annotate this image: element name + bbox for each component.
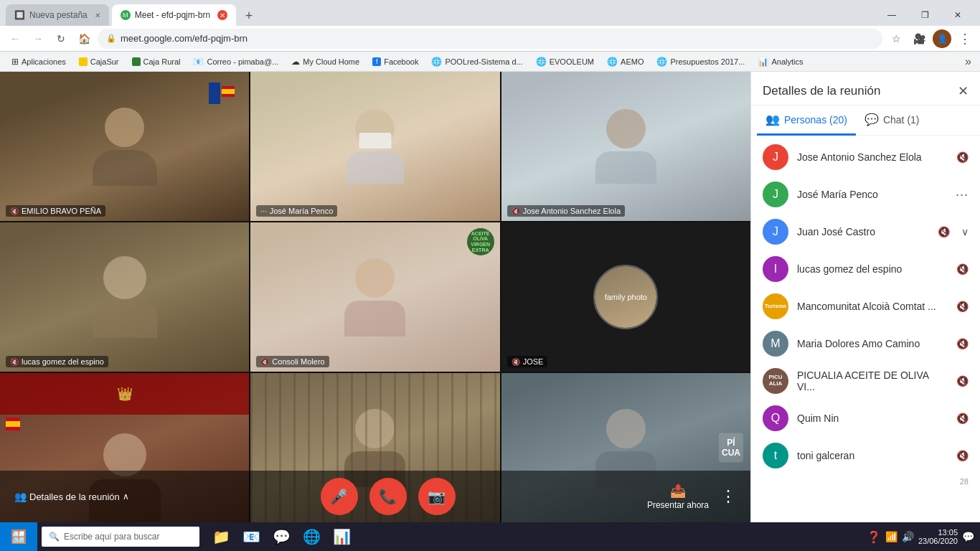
camera-toggle-button[interactable]: 📷 [418, 478, 456, 515]
tab-meet-close[interactable]: ✕ [217, 10, 227, 20]
tab-meet-label: Meet - efd-pqjm-brn [135, 10, 210, 20]
url-bar[interactable]: 🔒 meet.google.com/efd-pqjm-brn [98, 29, 882, 49]
p4-mute-icon: 🔇 [956, 263, 969, 275]
bookmark-facebook[interactable]: f Facebook [367, 56, 424, 67]
video-grid: 🔇 EMILIO BRAVO PEÑA [0, 72, 750, 522]
start-button[interactable]: 🪟 [0, 522, 37, 551]
bookmark-analytics[interactable]: 📊 Analytics [752, 55, 809, 68]
chevron-up-icon: ∧ [123, 491, 129, 501]
bookmarks-more-button[interactable]: » [962, 55, 974, 68]
participant-item-3[interactable]: J Juan José Castro 🔇 ∨ [751, 213, 980, 250]
tab-icon: 🔲 [14, 10, 25, 20]
bookmark-cajarural[interactable]: Caja Rural [126, 56, 187, 67]
maximize-button[interactable]: ❐ [908, 4, 941, 26]
tab-meet[interactable]: M Meet - efd-pqjm-brn ✕ [112, 4, 236, 26]
taskbar-notification-icon[interactable]: 💬 [962, 531, 974, 542]
bookmark-poolred[interactable]: 🌐 POOLred-Sistema d... [425, 55, 528, 68]
presupuestos-icon: 🌐 [656, 57, 667, 67]
taskbar-search-bar[interactable]: 🔍 Escribe aquí para buscar [42, 527, 199, 547]
cajarural-icon [132, 57, 141, 66]
tab-chat[interactable]: 💬 Chat (1) [856, 105, 928, 136]
taskbar-app-whatsapp[interactable]: 💬 [267, 522, 296, 551]
taskbar-help-icon[interactable]: ❓ [867, 530, 881, 544]
participant-item-4[interactable]: I lucas gomez del espino 🔇 [751, 250, 980, 288]
scroll-count: 28 [751, 474, 980, 489]
p8-mute-icon: 🔇 [956, 413, 969, 424]
participant-item-6[interactable]: M Maria Dolores Amo Camino 🔇 [751, 325, 980, 362]
tab-meet-favicon: M [121, 10, 131, 20]
panel-tabs: 👥 Personas (20) 💬 Chat (1) [751, 105, 980, 136]
bookmark-mycloud-label: My Cloud Home [303, 57, 359, 66]
url-text: meet.google.com/efd-pqjm-brn [121, 33, 248, 44]
video-camera-icon[interactable]: 🎥 [910, 29, 928, 48]
meeting-details-button[interactable]: 👥 Detalles de la reunión ∧ [14, 491, 129, 502]
tab-close[interactable]: ✕ [95, 11, 100, 19]
p6-avatar: M [763, 331, 788, 357]
tab-people[interactable]: 👥 Personas (20) [757, 105, 856, 136]
participant-item-8[interactable]: Q Quim Nin 🔇 [751, 400, 980, 437]
nav-forward[interactable]: → [29, 29, 47, 48]
participant-name-2: ··· José María Penco [256, 205, 337, 217]
p7-mute-icon: 🔇 [956, 375, 969, 387]
present-section: 📤 Presentar ahora ⋮ [647, 483, 736, 510]
more-options-button[interactable]: ⋮ [720, 487, 736, 506]
nav-refresh[interactable]: ↻ [52, 29, 70, 48]
p8-avatar: Q [763, 405, 788, 431]
cajasur-icon [79, 57, 88, 66]
bookmark-correo[interactable]: 📧 Correo - pimaba@... [187, 55, 284, 68]
panel-close-button[interactable]: ✕ [958, 83, 969, 99]
address-bar: ← → ↻ 🏠 🔒 meet.google.com/efd-pqjm-brn ☆… [0, 26, 980, 52]
bookmark-cajasur[interactable]: CajaSur [73, 56, 125, 67]
end-call-button[interactable]: 📞 [369, 478, 407, 515]
profile-icon[interactable]: 👤 [933, 29, 951, 48]
nav-back[interactable]: ← [6, 29, 24, 48]
participant-item-5[interactable]: Turisme Mancomunitat Alcoià Comtat ... 🔇 [751, 288, 980, 325]
participants-list: J Jose Antonio Sanchez Elola 🔇 J José Ma… [751, 136, 980, 522]
aemo-icon: 🌐 [607, 57, 618, 67]
clock-date: 23/06/2020 [918, 537, 958, 545]
present-label: Presentar ahora [647, 500, 709, 510]
search-icon: 🔍 [49, 532, 60, 542]
present-button[interactable]: 📤 Presentar ahora [647, 483, 709, 510]
bookmark-apps-label: Aplicaciones [22, 57, 66, 66]
taskbar-app-outlook[interactable]: 📧 [237, 522, 265, 551]
participant-item-2[interactable]: J José María Penco ··· [751, 176, 980, 213]
participant-item-1[interactable]: J Jose Antonio Sanchez Elola 🔇 [751, 138, 980, 176]
taskbar-app-chrome[interactable]: 🌐 [297, 522, 326, 551]
mute-icon-4: 🔇 [10, 358, 19, 366]
nav-home[interactable]: 🏠 [75, 29, 93, 48]
new-tab-button[interactable]: + [239, 6, 259, 26]
bookmark-aemo[interactable]: 🌐 AEMO [601, 55, 649, 68]
bookmark-mycloud[interactable]: ☁ My Cloud Home [286, 55, 365, 68]
bookmark-evooleum[interactable]: 🌐 EVOOLEUM [530, 55, 600, 68]
mic-toggle-button[interactable]: 🎤 [321, 478, 358, 515]
tab-nueva-pestana[interactable]: 🔲 Nueva pestaña ✕ [6, 4, 109, 26]
p3-mute-icon: 🔇 [938, 226, 950, 237]
bookmark-apps[interactable]: ⊞ Aplicaciones [6, 55, 72, 68]
taskbar-network-icon[interactable]: 📶 [885, 531, 897, 542]
bookmarks-bar: ⊞ Aplicaciones CajaSur Caja Rural 📧 Corr… [0, 52, 980, 72]
participant-item-7[interactable]: PICUALIA PICUALIA ACEITE DE OLIVA VI... … [751, 362, 980, 400]
p8-name: Quim Nin [797, 413, 948, 424]
bookmark-star[interactable]: ☆ [887, 29, 905, 48]
poolred-icon: 🌐 [431, 57, 442, 67]
panel-title: Detalles de la reunión [763, 84, 880, 98]
call-controls: 🎤 📞 📷 [129, 478, 647, 515]
bookmark-presupuestos[interactable]: 🌐 Presupuestos 2017... [651, 55, 750, 68]
participant-item-9[interactable]: t toni galceran 🔇 [751, 437, 980, 474]
video-content-6: family photo [501, 222, 750, 372]
p9-avatar: t [763, 443, 788, 468]
video-cell-1: 🔇 EMILIO BRAVO PEÑA [0, 72, 249, 221]
taskbar-app-fileexplorer[interactable]: 📁 [207, 522, 235, 551]
clock-time: 13:05 [918, 528, 958, 537]
taskbar-app-excel[interactable]: 📊 [327, 522, 356, 551]
p5-avatar: Turisme [763, 293, 788, 319]
p3-expand-icon[interactable]: ∨ [961, 226, 969, 237]
minimize-button[interactable]: — [875, 4, 908, 26]
main-area: 🔇 EMILIO BRAVO PEÑA [0, 72, 980, 522]
bookmark-facebook-label: Facebook [384, 57, 418, 66]
taskbar-speaker-icon[interactable]: 🔊 [902, 531, 914, 542]
close-button[interactable]: ✕ [941, 4, 974, 26]
menu-button[interactable]: ⋮ [956, 29, 974, 48]
p9-mute-icon: 🔇 [956, 450, 969, 461]
